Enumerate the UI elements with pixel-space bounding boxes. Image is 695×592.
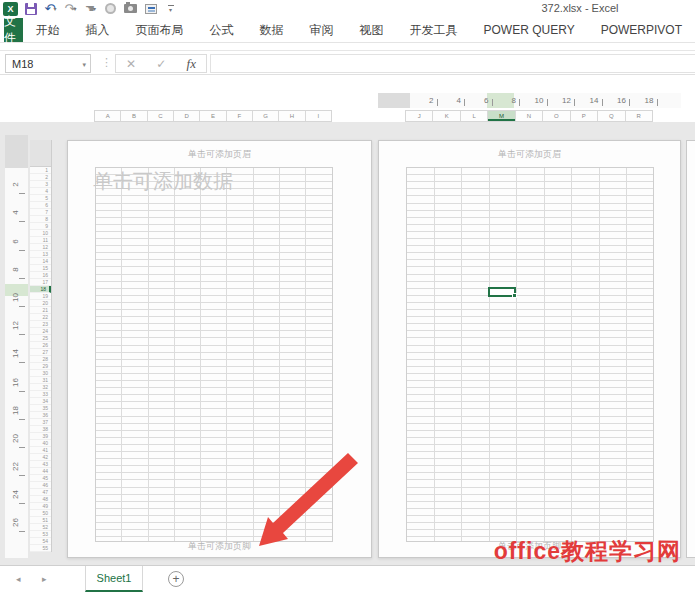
sheet-nav-next-icon[interactable]: ▸ bbox=[42, 574, 47, 584]
row-number[interactable]: 42 bbox=[30, 454, 51, 461]
column-header-cell[interactable]: G bbox=[253, 111, 279, 121]
tab-file[interactable]: 文件 bbox=[4, 18, 23, 42]
column-header-cell[interactable]: F bbox=[227, 111, 253, 121]
row-number[interactable]: 25 bbox=[30, 335, 51, 342]
row-number[interactable]: 4 bbox=[30, 188, 51, 195]
row-number[interactable]: 34 bbox=[30, 398, 51, 405]
row-number[interactable]: 7 bbox=[30, 209, 51, 216]
row-number[interactable]: 12 bbox=[30, 244, 51, 251]
chevron-down-icon[interactable]: ▾ bbox=[82, 61, 86, 69]
row-number[interactable]: 37 bbox=[30, 419, 51, 426]
row-number[interactable]: 30 bbox=[30, 370, 51, 377]
sheet-nav-prev-icon[interactable]: ◂ bbox=[16, 574, 21, 584]
row-number[interactable]: 21 bbox=[30, 307, 51, 314]
row-number[interactable]: 50 bbox=[30, 510, 51, 517]
switch-windows-icon[interactable] bbox=[143, 1, 158, 16]
formula-input[interactable] bbox=[210, 54, 695, 73]
ribbon-tab[interactable]: POWERPIVOT bbox=[588, 18, 695, 42]
column-header-cell[interactable]: Q bbox=[598, 111, 625, 121]
column-header-cell[interactable]: M bbox=[488, 111, 515, 121]
ribbon-tab[interactable]: POWER QUERY bbox=[471, 18, 588, 42]
row-number[interactable]: 3 bbox=[30, 181, 51, 188]
column-header-cell[interactable]: K bbox=[433, 111, 460, 121]
column-headers-left[interactable]: ABCDEFGHI bbox=[94, 110, 332, 122]
save-icon[interactable] bbox=[23, 1, 38, 16]
row-number[interactable]: 28 bbox=[30, 356, 51, 363]
row-header-strip[interactable]: 1234567891011121314151617181920212223242… bbox=[30, 140, 52, 552]
column-header-cell[interactable]: L bbox=[461, 111, 488, 121]
column-header-cell[interactable]: B bbox=[121, 111, 147, 121]
row-number[interactable]: 20 bbox=[30, 300, 51, 307]
row-number[interactable]: 32 bbox=[30, 384, 51, 391]
column-header-cell[interactable]: C bbox=[148, 111, 174, 121]
row-number[interactable]: 35 bbox=[30, 405, 51, 412]
ribbon-tab[interactable]: 开发工具 bbox=[397, 18, 471, 42]
row-number[interactable]: 27 bbox=[30, 349, 51, 356]
row-number[interactable]: 1 bbox=[30, 167, 51, 174]
row-number[interactable]: 6 bbox=[30, 202, 51, 209]
ribbon-tab[interactable]: 视图 bbox=[347, 18, 397, 42]
row-number[interactable]: 51 bbox=[30, 517, 51, 524]
row-number[interactable]: 24 bbox=[30, 328, 51, 335]
row-number[interactable]: 38 bbox=[30, 426, 51, 433]
enter-icon[interactable]: ✓ bbox=[156, 57, 166, 71]
row-number[interactable]: 33 bbox=[30, 391, 51, 398]
horizontal-ruler[interactable]: 24681012141618 bbox=[378, 93, 681, 108]
column-header-cell[interactable]: H bbox=[279, 111, 305, 121]
ribbon-tab[interactable]: 公式 bbox=[197, 18, 247, 42]
add-header-hint[interactable]: 单击可添加页眉 bbox=[379, 148, 680, 161]
ribbon-tab[interactable]: 插入 bbox=[73, 18, 123, 42]
insert-function-icon[interactable]: fx bbox=[187, 56, 196, 72]
row-number[interactable]: 41 bbox=[30, 447, 51, 454]
row-number[interactable]: 43 bbox=[30, 461, 51, 468]
row-number[interactable]: 47 bbox=[30, 489, 51, 496]
formula-bar-resize-dots[interactable]: ⋮ bbox=[101, 56, 112, 69]
customize-qat-icon[interactable]: ▾ bbox=[163, 1, 178, 16]
row-number[interactable]: 53 bbox=[30, 531, 51, 538]
ribbon-tab[interactable]: 开始 bbox=[23, 18, 73, 42]
row-number[interactable]: 39 bbox=[30, 433, 51, 440]
row-number[interactable]: 15 bbox=[30, 265, 51, 272]
row-number[interactable]: 8 bbox=[30, 216, 51, 223]
row-number[interactable]: 23 bbox=[30, 321, 51, 328]
row-number[interactable]: 14 bbox=[30, 258, 51, 265]
column-header-cell[interactable]: D bbox=[174, 111, 200, 121]
row-number[interactable]: 2 bbox=[30, 174, 51, 181]
row-number[interactable]: 13 bbox=[30, 251, 51, 258]
row-number[interactable]: 36 bbox=[30, 412, 51, 419]
row-number[interactable]: 31 bbox=[30, 377, 51, 384]
row-number[interactable]: 22 bbox=[30, 314, 51, 321]
camera-icon[interactable] bbox=[123, 1, 138, 16]
ribbon-tab[interactable]: 审阅 bbox=[297, 18, 347, 42]
row-number[interactable]: 9 bbox=[30, 223, 51, 230]
vertical-ruler[interactable]: 2468101214161820222426 bbox=[5, 135, 28, 558]
column-headers-right[interactable]: JKLMNOPQR bbox=[405, 110, 653, 122]
selected-cell[interactable] bbox=[488, 287, 516, 297]
redo-icon[interactable]: ↷▾ bbox=[63, 1, 78, 16]
row-number[interactable]: 26 bbox=[30, 342, 51, 349]
column-header-cell[interactable]: R bbox=[626, 111, 652, 121]
page-preview-2[interactable]: 单击可添加页眉 单击可添加页脚 bbox=[378, 140, 681, 558]
add-sheet-icon[interactable]: + bbox=[168, 571, 184, 587]
row-number[interactable]: 11 bbox=[30, 237, 51, 244]
name-box[interactable]: M18 ▾ bbox=[5, 54, 91, 73]
row-number[interactable]: 29 bbox=[30, 363, 51, 370]
column-header-cell[interactable]: E bbox=[200, 111, 226, 121]
row-number[interactable]: 52 bbox=[30, 524, 51, 531]
row-number[interactable]: 18 bbox=[30, 286, 51, 293]
touch-mode-icon[interactable]: ☚▾ bbox=[83, 1, 98, 16]
row-number[interactable]: 5 bbox=[30, 195, 51, 202]
row-number[interactable]: 40 bbox=[30, 440, 51, 447]
column-header-cell[interactable]: I bbox=[306, 111, 331, 121]
row-number[interactable]: 19 bbox=[30, 293, 51, 300]
column-header-cell[interactable]: O bbox=[543, 111, 570, 121]
chevron-down-icon[interactable]: ▾ bbox=[93, 5, 96, 12]
row-number[interactable]: 46 bbox=[30, 482, 51, 489]
cancel-icon[interactable]: ✕ bbox=[126, 57, 136, 71]
row-number[interactable]: 55 bbox=[30, 545, 51, 552]
column-header-cell[interactable]: J bbox=[406, 111, 433, 121]
row-number[interactable]: 17 bbox=[30, 279, 51, 286]
column-header-cell[interactable]: P bbox=[571, 111, 598, 121]
ribbon-tab[interactable]: 页面布局 bbox=[123, 18, 197, 42]
row-number[interactable]: 45 bbox=[30, 475, 51, 482]
